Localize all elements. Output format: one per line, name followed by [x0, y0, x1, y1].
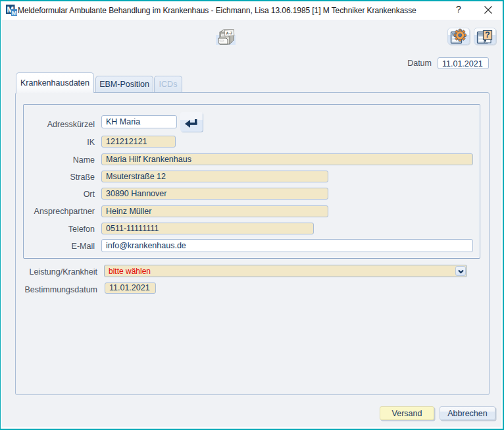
svg-text:A-Z: A-Z: [226, 31, 233, 36]
svg-text:M: M: [12, 10, 17, 16]
svg-text:?: ?: [485, 30, 490, 40]
